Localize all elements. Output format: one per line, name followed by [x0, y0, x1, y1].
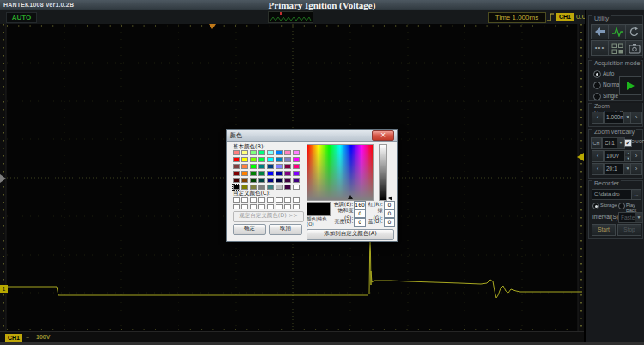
hue-input[interactable]: 160 — [354, 201, 365, 209]
basic-color-swatch[interactable] — [276, 185, 283, 190]
custom-color-swatch[interactable] — [241, 197, 248, 203]
basic-color-swatch[interactable] — [250, 178, 257, 183]
back-arrow-button[interactable] — [591, 24, 609, 39]
basic-color-swatch[interactable] — [267, 157, 274, 162]
basic-color-swatch[interactable] — [233, 171, 240, 176]
radio-storage[interactable] — [592, 203, 599, 209]
basic-color-swatch[interactable] — [241, 164, 248, 169]
timebase-select[interactable]: 1.000ms ▼ — [604, 112, 632, 124]
basic-color-swatch[interactable] — [284, 157, 291, 162]
probe-decrease-button[interactable]: ‹ — [592, 163, 604, 175]
hue-saturation-field[interactable] — [307, 144, 374, 201]
basic-color-swatch[interactable] — [258, 157, 265, 162]
basic-color-swatch[interactable] — [250, 164, 257, 169]
probe-increase-button[interactable]: › — [630, 163, 642, 175]
custom-color-swatch[interactable] — [233, 204, 240, 209]
green-input[interactable]: 0 — [384, 209, 395, 218]
basic-color-swatch[interactable] — [241, 157, 248, 162]
luminance-input[interactable]: 0 — [354, 218, 365, 227]
basic-color-swatch[interactable] — [258, 171, 265, 176]
basic-color-swatch[interactable] — [284, 178, 291, 183]
basic-color-swatch[interactable] — [276, 150, 283, 155]
add-to-custom-colors-button[interactable]: 添加到自定义颜色(A) — [307, 229, 394, 240]
basic-color-swatch[interactable] — [293, 178, 300, 183]
record-start-button[interactable]: Start — [592, 224, 616, 236]
undo-button[interactable] — [625, 24, 643, 39]
timebase-increase-button[interactable]: › — [630, 112, 642, 124]
basic-color-swatch[interactable] — [233, 157, 240, 162]
radio-playback[interactable] — [618, 203, 625, 209]
basic-color-swatch[interactable] — [267, 150, 274, 155]
interval-select[interactable]: Fastest ▼ — [618, 212, 643, 223]
ch-button[interactable]: CH — [591, 137, 602, 149]
screenshot-button[interactable] — [625, 40, 643, 56]
basic-color-swatch[interactable] — [250, 171, 257, 176]
volts-increase-button[interactable]: › — [630, 150, 642, 162]
trigger-position-marker[interactable] — [209, 24, 216, 29]
basic-color-swatch[interactable] — [241, 178, 248, 183]
basic-color-swatch[interactable] — [258, 164, 265, 169]
record-path-input[interactable]: C:\data.dro — [592, 189, 632, 200]
custom-color-swatch[interactable] — [250, 197, 257, 203]
basic-color-swatch[interactable] — [276, 157, 283, 162]
basic-color-swatch[interactable] — [233, 150, 240, 155]
blue-input[interactable]: 0 — [384, 218, 395, 227]
custom-color-swatch[interactable] — [284, 204, 291, 209]
ch1-zero-marker[interactable]: 1 — [0, 285, 8, 293]
volts-div-spinner[interactable]: 100V ▲▼ — [604, 150, 632, 162]
saturation-input[interactable]: 0 — [354, 209, 365, 218]
basic-color-swatch[interactable] — [233, 164, 240, 169]
basic-color-swatch[interactable] — [241, 171, 248, 176]
basic-color-swatch[interactable] — [293, 150, 300, 155]
run-button[interactable] — [619, 76, 641, 95]
basic-color-swatch[interactable] — [233, 178, 240, 183]
basic-color-swatch[interactable] — [276, 164, 283, 169]
probe-select[interactable]: 20:1 ▼ — [604, 163, 632, 175]
custom-color-swatch[interactable] — [284, 197, 291, 203]
waveform-preview-pane[interactable] — [268, 11, 313, 23]
define-custom-colors-button[interactable]: 规定自定义颜色(D) >> — [233, 211, 304, 222]
custom-color-swatch[interactable] — [293, 204, 300, 209]
radio-normal[interactable] — [593, 82, 601, 89]
basic-color-swatch[interactable] — [284, 150, 291, 155]
basic-color-swatch[interactable] — [267, 178, 274, 183]
custom-color-swatch[interactable] — [233, 197, 240, 203]
basic-color-swatch[interactable] — [284, 171, 291, 176]
custom-color-swatch[interactable] — [267, 197, 274, 203]
volts-decrease-button[interactable]: ‹ — [592, 150, 604, 162]
basic-color-swatch[interactable] — [258, 150, 265, 155]
record-stop-button[interactable]: Stop — [617, 224, 641, 236]
basic-color-swatch[interactable] — [267, 164, 274, 169]
custom-color-swatch[interactable] — [250, 204, 257, 209]
close-button[interactable]: × — [372, 130, 394, 141]
more-options-button[interactable]: ••• — [591, 40, 609, 56]
basic-color-swatch[interactable] — [276, 178, 283, 183]
timebase-decrease-button[interactable]: ‹ — [592, 112, 604, 124]
custom-color-swatch[interactable] — [293, 197, 300, 203]
custom-color-swatch[interactable] — [276, 197, 283, 203]
custom-color-swatch[interactable] — [276, 204, 283, 209]
basic-color-swatch[interactable] — [293, 164, 300, 169]
waveform-button[interactable] — [608, 24, 626, 39]
channel-select[interactable]: Ch1 ▼ — [602, 137, 625, 149]
custom-color-swatch[interactable] — [241, 204, 248, 209]
basic-color-swatch[interactable] — [276, 171, 283, 176]
dialog-titlebar[interactable]: 颜色 × — [227, 130, 397, 142]
basic-color-swatch[interactable] — [293, 185, 300, 190]
red-input[interactable]: 0 — [384, 201, 395, 209]
radio-auto[interactable] — [593, 70, 601, 78]
custom-color-swatch[interactable] — [267, 204, 274, 209]
custom-color-swatch[interactable] — [258, 204, 265, 209]
ok-button[interactable]: 确定 — [233, 224, 266, 235]
cancel-button[interactable]: 取消 — [269, 224, 302, 235]
browse-button[interactable]: ... — [631, 189, 641, 200]
custom-color-swatch[interactable] — [258, 197, 265, 203]
chevron-down-icon[interactable]: ▼ — [617, 138, 624, 148]
basic-color-swatch[interactable] — [284, 185, 291, 190]
basic-color-swatch[interactable] — [258, 178, 265, 183]
basic-color-swatch[interactable] — [293, 171, 300, 176]
qr-code-button[interactable] — [608, 40, 626, 56]
basic-color-swatch[interactable] — [241, 150, 248, 155]
radio-single[interactable] — [593, 93, 601, 100]
basic-color-swatch[interactable] — [284, 164, 291, 169]
